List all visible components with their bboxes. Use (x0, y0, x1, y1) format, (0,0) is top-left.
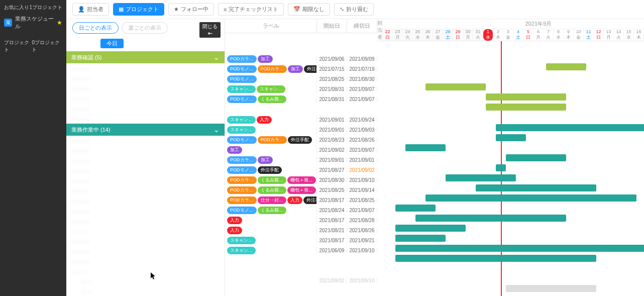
tag[interactable]: 外注手配 (303, 196, 317, 204)
tag[interactable]: PODモノ… (227, 207, 257, 214)
gantt-bar[interactable] (446, 174, 516, 181)
tag[interactable]: 入力 (287, 196, 302, 204)
tag[interactable]: PODモノ… (227, 136, 257, 144)
day-column[interactable]: 12日 (594, 29, 604, 41)
day-column[interactable]: 2木 (493, 29, 503, 41)
day-column[interactable]: 31火 (473, 29, 483, 41)
gantt-bar[interactable] (496, 124, 644, 131)
tag[interactable]: くるみ製… (258, 95, 286, 103)
tag[interactable]: 外注手配 (288, 136, 312, 144)
day-column[interactable]: 6月 (533, 29, 544, 41)
star-icon[interactable]: ★ (57, 19, 62, 26)
project-button[interactable]: ▦プロジェクト (113, 3, 164, 16)
tag[interactable]: PODカラ… (258, 65, 287, 73)
gantt-bar[interactable] (476, 184, 596, 191)
gantt-bar[interactable] (425, 83, 486, 90)
task-row[interactable]: — — — (66, 226, 225, 236)
tag[interactable]: スキャン… (227, 126, 256, 134)
tag[interactable]: 外注手配 (304, 65, 317, 73)
day-column[interactable]: 16木 (634, 29, 644, 41)
due-button[interactable]: 📅期限なし (288, 3, 330, 16)
day-column[interactable]: 22日 (383, 29, 393, 41)
task-row[interactable]: — — — (66, 186, 225, 196)
task-row[interactable]: — — — (66, 206, 225, 216)
tag[interactable]: 梱包＋発… (287, 176, 316, 184)
day-column[interactable]: 14火 (614, 29, 624, 41)
checklist-button[interactable]: ≡完了チェックリスト (218, 3, 284, 16)
tag[interactable]: 入力 (227, 227, 242, 234)
gantt-bar[interactable] (395, 235, 446, 242)
task-row[interactable]: — — — (66, 156, 225, 166)
gantt-bar[interactable] (496, 164, 506, 171)
close-tooltip[interactable]: 閉じる (199, 22, 221, 38)
tag[interactable]: 加工 (258, 156, 273, 164)
tag[interactable]: PODモノ… (227, 75, 257, 83)
day-column[interactable]: 27金 (433, 29, 443, 41)
task-row[interactable]: — — (66, 276, 225, 286)
tag[interactable]: くるみ製… (258, 207, 286, 214)
gantt-bar[interactable] (395, 255, 596, 262)
day-column[interactable]: 10金 (574, 29, 584, 41)
tag[interactable]: PODカラ… (227, 186, 257, 194)
task-row[interactable]: — — — (66, 216, 225, 226)
task-row[interactable]: — — — (66, 166, 225, 176)
day-column[interactable]: 11土 (584, 29, 594, 41)
tag[interactable]: PODカラ… (258, 136, 287, 144)
day-column[interactable]: 8水 (554, 29, 564, 41)
task-row[interactable]: — — — (66, 93, 225, 104)
day-column[interactable]: 1水 (483, 29, 493, 41)
gantt-bar[interactable] (486, 104, 566, 111)
task-row[interactable]: — — — (66, 104, 225, 114)
task-row[interactable]: — — — (66, 246, 225, 256)
day-column[interactable]: 9木 (564, 29, 574, 41)
gantt-bar[interactable] (506, 154, 566, 161)
by-week-pill[interactable]: 週ごとの表示 (122, 22, 168, 34)
day-column[interactable]: 25水 (413, 29, 423, 41)
tag[interactable]: 入力 (227, 217, 242, 224)
group-header[interactable]: 業務確認 (5)⌄ (66, 51, 225, 63)
task-row[interactable]: — — — (66, 196, 225, 206)
task-row[interactable]: — — — (66, 176, 225, 186)
day-column[interactable]: 24火 (403, 29, 413, 41)
fold-button[interactable]: ⤡折り畳む (334, 3, 374, 16)
tag[interactable]: PODカラ… (227, 176, 257, 184)
tag[interactable]: 加工 (227, 146, 242, 154)
favorites-header[interactable]: お気に入り 1プロジェクト (0, 2, 66, 13)
gantt-bar[interactable] (546, 63, 586, 70)
task-row[interactable]: — — — (66, 256, 225, 266)
tag[interactable]: スキャン… (257, 85, 285, 93)
gantt-bar[interactable] (395, 245, 644, 252)
tag[interactable]: 加工 (288, 65, 303, 73)
task-row[interactable]: — — — (66, 63, 225, 73)
group-header[interactable]: 業務作業中 (14)⌄ (66, 124, 225, 136)
day-column[interactable]: 28土 (443, 29, 453, 41)
task-row[interactable]: — — — (66, 236, 225, 246)
day-column[interactable]: 23月 (393, 29, 403, 41)
tag[interactable]: 仕分・封… (258, 196, 286, 204)
day-column[interactable]: 26木 (423, 29, 433, 41)
day-column[interactable]: 15水 (624, 29, 634, 41)
task-row[interactable]: — — — (66, 146, 225, 156)
day-column[interactable]: 30月 (463, 29, 473, 41)
day-column[interactable]: 5日 (523, 29, 533, 41)
day-column[interactable]: 29日 (453, 29, 463, 41)
today-button[interactable]: 今日 (100, 39, 124, 48)
gantt-bar[interactable] (425, 194, 636, 202)
task-row[interactable]: — — — (66, 73, 225, 83)
day-column[interactable]: 7火 (544, 29, 554, 41)
tag[interactable]: PODカラ… (227, 156, 257, 164)
favorite-project[interactable]: 業 業務スケジュール ★ (0, 13, 66, 32)
tag[interactable]: PODカラ… (227, 196, 257, 204)
gantt-bar[interactable] (415, 215, 566, 222)
projects-header[interactable]: プロジェクト 0プロジェクト (0, 37, 66, 55)
gantt-bar[interactable] (395, 225, 466, 232)
tag[interactable]: スキャン… (227, 116, 256, 124)
task-row[interactable]: — — — (66, 114, 225, 124)
task-row[interactable]: — — (66, 286, 225, 296)
gantt-bar[interactable] (405, 144, 446, 151)
tag[interactable]: PODモノ… (227, 95, 257, 103)
tag[interactable]: 加工 (258, 55, 273, 63)
day-column[interactable]: 13月 (604, 29, 614, 41)
tag[interactable]: 外注手配 (258, 166, 282, 174)
tag[interactable]: PODモノ… (227, 65, 257, 73)
